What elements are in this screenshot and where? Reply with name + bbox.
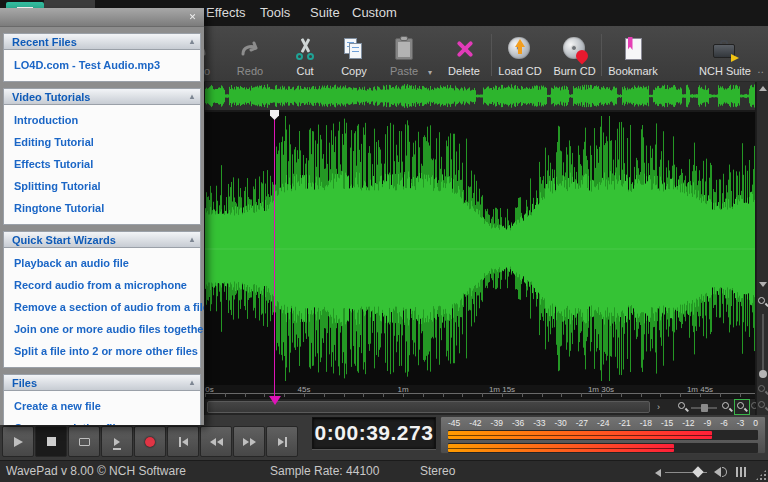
speaker-icon[interactable]: [714, 467, 721, 477]
horizontal-scrollbar[interactable]: ›: [205, 398, 755, 415]
vertical-zoom-out-icon[interactable]: [757, 384, 768, 396]
scroll-down-icon[interactable]: [759, 282, 767, 287]
meter-scale-label: -15: [661, 418, 673, 429]
zoom-out-icon[interactable]: [677, 401, 689, 413]
loop-button[interactable]: [68, 426, 100, 457]
panel-link[interactable]: Introduction: [4, 109, 200, 131]
panel-section-quick-start-wizards: Quick Start Wizards▴Playback an audio fi…: [3, 231, 201, 368]
ruler-label: 1m 45s: [687, 385, 713, 394]
go-to-end-button[interactable]: [266, 426, 298, 457]
scroll-right-arrow-icon[interactable]: ›: [657, 402, 660, 412]
fast-forward-button[interactable]: [233, 426, 265, 457]
ruler-label: 30s: [205, 385, 214, 394]
ruler-label: 1m: [397, 385, 408, 394]
meter-scale-label: -21: [618, 418, 630, 429]
record-button[interactable]: [134, 426, 166, 457]
panel-link[interactable]: Playback an audio file: [4, 252, 200, 274]
toolbar-overflow-icon[interactable]: ‥: [757, 64, 765, 75]
paste-dropdown-caret[interactable]: ▾: [428, 68, 432, 77]
meter-bar-right: [448, 444, 674, 452]
panel-section-video-tutorials: Video Tutorials▴IntroductionEditing Tuto…: [3, 88, 201, 225]
panel-link[interactable]: Ringtone Tutorial: [4, 197, 200, 219]
time-ruler[interactable]: 30s45s1m1m 15s1m 30s1m 45s: [205, 385, 755, 398]
collapse-icon[interactable]: ▴: [190, 232, 194, 248]
stop-button[interactable]: [35, 426, 67, 457]
panel-link[interactable]: Effects Tutorial: [4, 153, 200, 175]
playhead-cursor[interactable]: [274, 110, 275, 398]
volume-down-icon[interactable]: [655, 469, 661, 477]
waveform-display[interactable]: [205, 112, 755, 385]
zoom-to-selection-icon[interactable]: [736, 401, 748, 413]
ruler-label: 1m 15s: [489, 385, 515, 394]
section-title: Files: [12, 377, 37, 389]
waveform-overview-strip[interactable]: [205, 82, 755, 110]
transport-controls: [2, 426, 298, 457]
section-header[interactable]: Quick Start Wizards▴: [3, 231, 201, 247]
scroll-up-icon[interactable]: [759, 86, 767, 91]
tab-custom[interactable]: Custom: [344, 0, 405, 26]
meter-scale-label: 0: [753, 418, 758, 429]
section-header[interactable]: Recent Files▴: [3, 33, 201, 49]
tab-suite[interactable]: Suite: [302, 0, 348, 26]
panel-link[interactable]: Join one or more audio files together: [4, 318, 200, 340]
burn-cd-button[interactable]: Burn CD: [547, 29, 602, 79]
collapse-icon[interactable]: ▴: [190, 89, 194, 105]
panel-link[interactable]: Record audio from a microphone: [4, 274, 200, 296]
vertical-zoom-reset-icon[interactable]: [757, 400, 768, 412]
panel-title-bar[interactable]: ✕: [0, 8, 204, 27]
tutorial-floating-panel: ✕ Recent Files▴LO4D.com - Test Audio.mp3…: [0, 8, 204, 425]
time-display: 0:00:39.273: [312, 417, 436, 449]
tab-tools[interactable]: Tools: [252, 0, 298, 26]
toolbar-button-label: Burn CD: [553, 65, 595, 79]
panel-link[interactable]: Remove a section of audio from a file: [4, 296, 200, 318]
play-selection-button[interactable]: [101, 426, 133, 457]
toolbar-button-label: Redo: [237, 65, 263, 79]
volume-slider-handle[interactable]: [692, 466, 703, 477]
tab-effects[interactable]: Effects: [198, 0, 254, 26]
cut-button[interactable]: Cut: [282, 29, 328, 79]
vertical-zoom-slider[interactable]: [762, 314, 764, 378]
toolbar-button-label: Bookmark: [608, 65, 658, 79]
paste-button[interactable]: Paste: [380, 29, 428, 79]
panel-link[interactable]: Create a new file: [4, 395, 200, 417]
panel-link[interactable]: Split a file into 2 or more other files: [4, 340, 200, 362]
sample-rate-text: Sample Rate: 44100: [270, 464, 379, 478]
section-header[interactable]: Files▴: [3, 374, 201, 390]
section-list: LO4D.com - Test Audio.mp3: [3, 49, 201, 82]
meter-bar-left: [448, 431, 712, 439]
playhead-ruler-marker[interactable]: [269, 396, 281, 405]
bookmark-button[interactable]: Bookmark: [604, 29, 662, 79]
toolbar-button-label: Load CD: [498, 65, 541, 79]
go-to-start-button[interactable]: [167, 426, 199, 457]
panel-link[interactable]: LO4D.com - Test Audio.mp3: [4, 54, 200, 76]
nch-suite-button[interactable]: NCH Suite: [694, 29, 756, 79]
load-cd-icon: [508, 35, 532, 63]
load-cd-button[interactable]: Load CD: [494, 29, 546, 79]
meter-scale-label: -42: [469, 418, 481, 429]
zoom-slider-thumb[interactable]: [701, 404, 708, 412]
panel-link[interactable]: Open an existing file: [4, 417, 200, 425]
rewind-button[interactable]: [200, 426, 232, 457]
zoom-in-icon[interactable]: [721, 401, 733, 413]
collapse-icon[interactable]: ▴: [190, 34, 194, 50]
window-resize-grip[interactable]: [755, 469, 767, 481]
paste-icon: [395, 35, 413, 63]
panel-link[interactable]: Splitting Tutorial: [4, 175, 200, 197]
zoom-slider[interactable]: [691, 407, 717, 409]
toolbar-separator: [491, 34, 492, 76]
section-header[interactable]: Video Tutorials▴: [3, 88, 201, 104]
panel-link[interactable]: Editing Tutorial: [4, 131, 200, 153]
vertical-zoom-strip[interactable]: [756, 82, 768, 415]
redo-button[interactable]: Redo: [224, 29, 276, 79]
levels-icon[interactable]: [736, 467, 746, 477]
copy-button[interactable]: Copy: [330, 29, 378, 79]
toolbar-separator: [601, 34, 602, 76]
vertical-zoom-in-icon[interactable]: [757, 296, 768, 308]
toolbar-button-label: Paste: [390, 65, 418, 79]
bookmark-icon: [625, 35, 642, 63]
play-button[interactable]: [2, 426, 34, 457]
delete-button[interactable]: Delete: [438, 29, 490, 79]
panel-close-icon[interactable]: ✕: [187, 12, 198, 23]
collapse-icon[interactable]: ▴: [190, 375, 194, 391]
vertical-zoom-thumb[interactable]: [759, 370, 767, 378]
